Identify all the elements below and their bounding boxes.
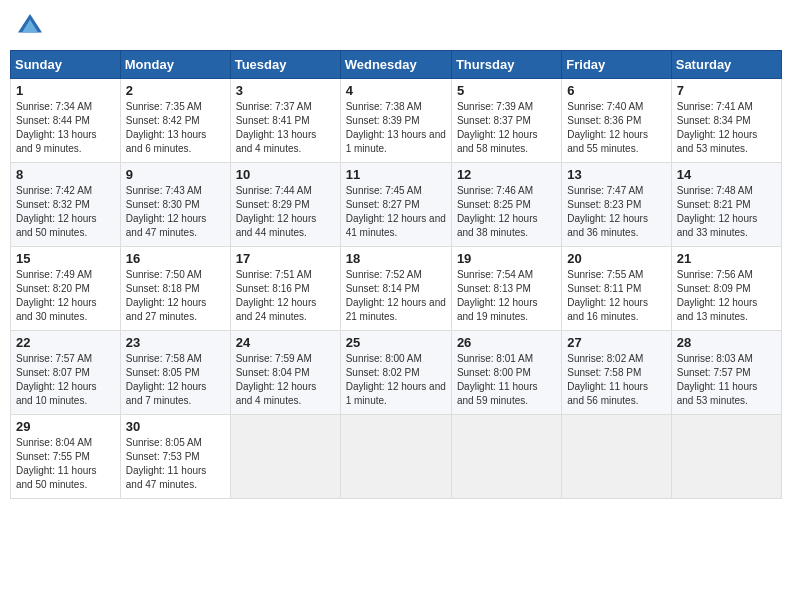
calendar-day-17: 17Sunrise: 7:51 AMSunset: 8:16 PMDayligh…: [230, 247, 340, 331]
calendar-day-26: 26Sunrise: 8:01 AMSunset: 8:00 PMDayligh…: [451, 331, 561, 415]
day-details: Sunrise: 7:34 AMSunset: 8:44 PMDaylight:…: [16, 100, 115, 156]
calendar-week-row: 22Sunrise: 7:57 AMSunset: 8:07 PMDayligh…: [11, 331, 782, 415]
calendar-day-7: 7Sunrise: 7:41 AMSunset: 8:34 PMDaylight…: [671, 79, 781, 163]
day-number: 30: [126, 419, 225, 434]
calendar-day-13: 13Sunrise: 7:47 AMSunset: 8:23 PMDayligh…: [562, 163, 671, 247]
calendar-day-16: 16Sunrise: 7:50 AMSunset: 8:18 PMDayligh…: [120, 247, 230, 331]
day-details: Sunrise: 7:35 AMSunset: 8:42 PMDaylight:…: [126, 100, 225, 156]
calendar-day-12: 12Sunrise: 7:46 AMSunset: 8:25 PMDayligh…: [451, 163, 561, 247]
calendar-day-20: 20Sunrise: 7:55 AMSunset: 8:11 PMDayligh…: [562, 247, 671, 331]
calendar-day-8: 8Sunrise: 7:42 AMSunset: 8:32 PMDaylight…: [11, 163, 121, 247]
day-details: Sunrise: 7:51 AMSunset: 8:16 PMDaylight:…: [236, 268, 335, 324]
day-number: 19: [457, 251, 556, 266]
calendar-day-28: 28Sunrise: 8:03 AMSunset: 7:57 PMDayligh…: [671, 331, 781, 415]
day-number: 21: [677, 251, 776, 266]
day-number: 29: [16, 419, 115, 434]
day-number: 2: [126, 83, 225, 98]
day-details: Sunrise: 7:37 AMSunset: 8:41 PMDaylight:…: [236, 100, 335, 156]
calendar-day-2: 2Sunrise: 7:35 AMSunset: 8:42 PMDaylight…: [120, 79, 230, 163]
calendar-week-row: 15Sunrise: 7:49 AMSunset: 8:20 PMDayligh…: [11, 247, 782, 331]
logo: [14, 10, 50, 42]
empty-cell: [562, 415, 671, 499]
day-details: Sunrise: 7:48 AMSunset: 8:21 PMDaylight:…: [677, 184, 776, 240]
day-number: 10: [236, 167, 335, 182]
day-number: 7: [677, 83, 776, 98]
calendar-day-11: 11Sunrise: 7:45 AMSunset: 8:27 PMDayligh…: [340, 163, 451, 247]
calendar-day-1: 1Sunrise: 7:34 AMSunset: 8:44 PMDaylight…: [11, 79, 121, 163]
empty-cell: [671, 415, 781, 499]
day-header-monday: Monday: [120, 51, 230, 79]
calendar-week-row: 29Sunrise: 8:04 AMSunset: 7:55 PMDayligh…: [11, 415, 782, 499]
day-details: Sunrise: 7:54 AMSunset: 8:13 PMDaylight:…: [457, 268, 556, 324]
calendar-day-24: 24Sunrise: 7:59 AMSunset: 8:04 PMDayligh…: [230, 331, 340, 415]
day-details: Sunrise: 8:04 AMSunset: 7:55 PMDaylight:…: [16, 436, 115, 492]
calendar-day-27: 27Sunrise: 8:02 AMSunset: 7:58 PMDayligh…: [562, 331, 671, 415]
day-number: 14: [677, 167, 776, 182]
empty-cell: [230, 415, 340, 499]
day-details: Sunrise: 7:38 AMSunset: 8:39 PMDaylight:…: [346, 100, 446, 156]
day-details: Sunrise: 7:59 AMSunset: 8:04 PMDaylight:…: [236, 352, 335, 408]
day-details: Sunrise: 7:45 AMSunset: 8:27 PMDaylight:…: [346, 184, 446, 240]
day-number: 1: [16, 83, 115, 98]
calendar-day-18: 18Sunrise: 7:52 AMSunset: 8:14 PMDayligh…: [340, 247, 451, 331]
day-details: Sunrise: 7:40 AMSunset: 8:36 PMDaylight:…: [567, 100, 665, 156]
calendar-day-25: 25Sunrise: 8:00 AMSunset: 8:02 PMDayligh…: [340, 331, 451, 415]
day-number: 8: [16, 167, 115, 182]
day-details: Sunrise: 8:00 AMSunset: 8:02 PMDaylight:…: [346, 352, 446, 408]
day-number: 20: [567, 251, 665, 266]
day-header-sunday: Sunday: [11, 51, 121, 79]
day-number: 9: [126, 167, 225, 182]
calendar-day-19: 19Sunrise: 7:54 AMSunset: 8:13 PMDayligh…: [451, 247, 561, 331]
day-number: 17: [236, 251, 335, 266]
empty-cell: [451, 415, 561, 499]
day-details: Sunrise: 8:02 AMSunset: 7:58 PMDaylight:…: [567, 352, 665, 408]
day-number: 28: [677, 335, 776, 350]
day-details: Sunrise: 7:57 AMSunset: 8:07 PMDaylight:…: [16, 352, 115, 408]
calendar-header-row: SundayMondayTuesdayWednesdayThursdayFrid…: [11, 51, 782, 79]
calendar-week-row: 1Sunrise: 7:34 AMSunset: 8:44 PMDaylight…: [11, 79, 782, 163]
day-details: Sunrise: 7:50 AMSunset: 8:18 PMDaylight:…: [126, 268, 225, 324]
calendar-day-15: 15Sunrise: 7:49 AMSunset: 8:20 PMDayligh…: [11, 247, 121, 331]
day-number: 15: [16, 251, 115, 266]
day-details: Sunrise: 7:56 AMSunset: 8:09 PMDaylight:…: [677, 268, 776, 324]
day-number: 18: [346, 251, 446, 266]
day-number: 25: [346, 335, 446, 350]
day-details: Sunrise: 7:44 AMSunset: 8:29 PMDaylight:…: [236, 184, 335, 240]
day-details: Sunrise: 7:49 AMSunset: 8:20 PMDaylight:…: [16, 268, 115, 324]
page-header: [10, 10, 782, 42]
day-header-friday: Friday: [562, 51, 671, 79]
day-details: Sunrise: 7:46 AMSunset: 8:25 PMDaylight:…: [457, 184, 556, 240]
day-details: Sunrise: 8:03 AMSunset: 7:57 PMDaylight:…: [677, 352, 776, 408]
day-number: 22: [16, 335, 115, 350]
calendar-week-row: 8Sunrise: 7:42 AMSunset: 8:32 PMDaylight…: [11, 163, 782, 247]
day-number: 13: [567, 167, 665, 182]
day-header-saturday: Saturday: [671, 51, 781, 79]
day-number: 12: [457, 167, 556, 182]
day-number: 23: [126, 335, 225, 350]
day-details: Sunrise: 7:43 AMSunset: 8:30 PMDaylight:…: [126, 184, 225, 240]
calendar-day-4: 4Sunrise: 7:38 AMSunset: 8:39 PMDaylight…: [340, 79, 451, 163]
empty-cell: [340, 415, 451, 499]
calendar-day-10: 10Sunrise: 7:44 AMSunset: 8:29 PMDayligh…: [230, 163, 340, 247]
calendar-day-6: 6Sunrise: 7:40 AMSunset: 8:36 PMDaylight…: [562, 79, 671, 163]
day-number: 16: [126, 251, 225, 266]
day-number: 24: [236, 335, 335, 350]
day-number: 27: [567, 335, 665, 350]
day-number: 6: [567, 83, 665, 98]
calendar-day-23: 23Sunrise: 7:58 AMSunset: 8:05 PMDayligh…: [120, 331, 230, 415]
day-details: Sunrise: 8:05 AMSunset: 7:53 PMDaylight:…: [126, 436, 225, 492]
day-details: Sunrise: 7:52 AMSunset: 8:14 PMDaylight:…: [346, 268, 446, 324]
day-number: 5: [457, 83, 556, 98]
calendar-day-5: 5Sunrise: 7:39 AMSunset: 8:37 PMDaylight…: [451, 79, 561, 163]
day-details: Sunrise: 7:55 AMSunset: 8:11 PMDaylight:…: [567, 268, 665, 324]
calendar-table: SundayMondayTuesdayWednesdayThursdayFrid…: [10, 50, 782, 499]
day-details: Sunrise: 7:39 AMSunset: 8:37 PMDaylight:…: [457, 100, 556, 156]
day-number: 11: [346, 167, 446, 182]
day-number: 26: [457, 335, 556, 350]
day-details: Sunrise: 7:41 AMSunset: 8:34 PMDaylight:…: [677, 100, 776, 156]
logo-icon: [14, 10, 46, 42]
calendar-day-3: 3Sunrise: 7:37 AMSunset: 8:41 PMDaylight…: [230, 79, 340, 163]
calendar-day-29: 29Sunrise: 8:04 AMSunset: 7:55 PMDayligh…: [11, 415, 121, 499]
day-header-wednesday: Wednesday: [340, 51, 451, 79]
day-details: Sunrise: 7:58 AMSunset: 8:05 PMDaylight:…: [126, 352, 225, 408]
